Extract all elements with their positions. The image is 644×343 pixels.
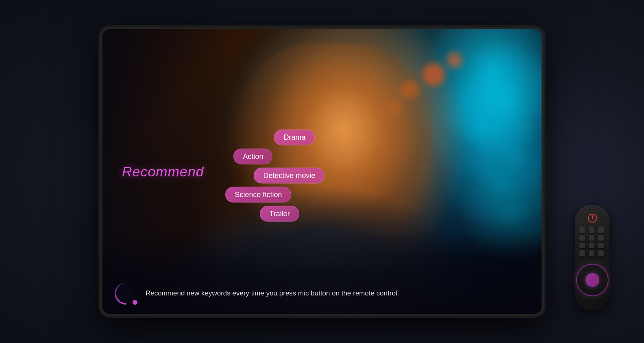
- remote-control: [571, 197, 620, 335]
- remote-btn-7[interactable]: [579, 243, 585, 248]
- keyword-pill-scifi[interactable]: Science fiction: [225, 187, 291, 203]
- mic-circle-icon: [115, 282, 137, 305]
- remote-btn-6[interactable]: [598, 235, 604, 241]
- remote-btn-1[interactable]: [579, 227, 585, 233]
- keyword-row-detective: Detective movie: [225, 168, 467, 184]
- tv-frame: Recommend Drama Action Detective movie S…: [102, 29, 542, 314]
- remote-btn-5[interactable]: [589, 235, 594, 241]
- recommend-label: Recommend: [122, 164, 204, 180]
- tv-screen: Recommend Drama Action Detective movie S…: [102, 29, 542, 314]
- remote-btn-12[interactable]: [598, 250, 604, 256]
- remote-btn-2[interactable]: [589, 227, 594, 233]
- keyword-pill-drama[interactable]: Drama: [274, 130, 315, 145]
- remote-btn-8[interactable]: [589, 243, 594, 248]
- mic-inner: [117, 285, 135, 302]
- keyword-pill-detective[interactable]: Detective movie: [254, 168, 324, 184]
- remote-btn-9[interactable]: [598, 243, 604, 248]
- room-background: Recommend Drama Action Detective movie S…: [0, 0, 644, 343]
- remote-btn-11[interactable]: [589, 250, 594, 256]
- keyword-pill-trailer[interactable]: Trailer: [260, 206, 299, 222]
- dpad-center-button[interactable]: [585, 273, 599, 287]
- status-text: Recommend new keywords every time you pr…: [146, 289, 399, 298]
- keywords-area: Drama Action Detective movie Science fic…: [225, 130, 467, 225]
- keyword-pill-action[interactable]: Action: [233, 149, 272, 165]
- remote-btn-10[interactable]: [579, 250, 585, 256]
- dpad-outer-ring: [576, 264, 609, 296]
- status-bar: Recommend new keywords every time you pr…: [102, 273, 542, 314]
- keyword-row-action: Action: [225, 149, 467, 165]
- remote-button-grid: [579, 227, 605, 256]
- remote-btn-3[interactable]: [598, 227, 604, 233]
- remote-dpad[interactable]: [576, 264, 609, 296]
- keyword-row-trailer: Trailer: [225, 206, 467, 222]
- remote-btn-4[interactable]: [579, 235, 585, 241]
- remote-power-button[interactable]: [588, 214, 597, 223]
- keyword-row-drama: Drama: [225, 130, 467, 145]
- remote-body: [575, 205, 609, 310]
- keyword-row-scifi: Science fiction: [225, 187, 467, 203]
